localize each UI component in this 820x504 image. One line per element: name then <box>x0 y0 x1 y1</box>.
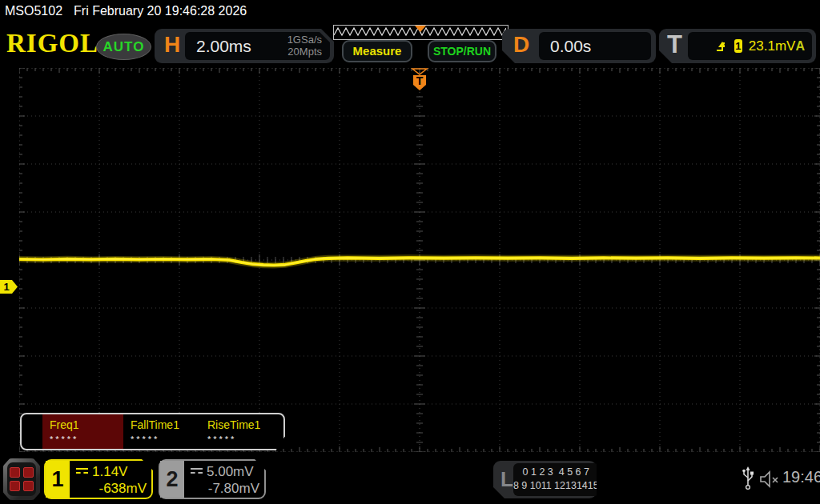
graticule <box>19 68 820 452</box>
channel1-offset-marker[interactable]: 1 <box>0 280 18 294</box>
title-bar: MSO5102Fri February 20 19:46:28 2026 <box>5 4 247 18</box>
speaker-mute-icon[interactable] <box>759 470 780 488</box>
trigger-level-value: 23.1mV <box>749 38 796 54</box>
svg-text:1: 1 <box>3 281 9 293</box>
measure-button[interactable]: Measure <box>342 40 412 62</box>
measurement-freq1[interactable]: Freq1 ***** <box>42 414 123 449</box>
clock: 19:46 <box>782 468 820 486</box>
logic-label: L <box>500 467 513 492</box>
model-name: MSO5102 <box>5 4 62 18</box>
stop-run-button[interactable]: STOP/RUN <box>428 40 496 62</box>
acquisition-mode-badge: AUTO <box>96 34 151 60</box>
rigol-logo: RIGOL <box>6 29 98 58</box>
trigger-panel[interactable]: T 1 23.1mV A <box>659 29 816 63</box>
trigger-sweep-mode: A <box>795 39 805 54</box>
trigger-position-marker[interactable]: T <box>410 68 429 92</box>
oscilloscope-screen: MSO5102Fri February 20 19:46:28 2026 RIG… <box>0 0 820 504</box>
channel2-scale: 5.00mV <box>207 464 254 479</box>
svg-text:T: T <box>416 74 424 87</box>
grid-menu-icon <box>7 462 36 496</box>
horizontal-panel[interactable]: H 2.00ms 1GSa/s 20Mpts <box>155 29 334 63</box>
measurement-falltime1[interactable]: FallTime1 ***** <box>123 414 200 449</box>
overview-trigger-position-icon[interactable] <box>415 26 426 32</box>
logic-channel-numbers: 0 1 2 3 4 5 6 7 8 9 1011 12131415 <box>513 463 599 496</box>
trigger-label: T <box>667 30 682 59</box>
channel1-scale: 1.14V <box>92 464 127 479</box>
logic-channels-panel[interactable]: L 0 1 2 3 4 5 6 7 8 9 1011 12131415 <box>493 461 597 498</box>
channel1-number: 1 <box>46 461 70 498</box>
dc-coupling-icon <box>191 468 203 477</box>
channel1-offset: -638mV <box>76 480 147 497</box>
sample-rate: 1GSa/s 20Mpts <box>287 34 322 58</box>
channel-menu-button[interactable] <box>3 458 40 500</box>
timebase-value: 2.00ms <box>196 37 287 56</box>
waveform-overview-strip[interactable] <box>333 25 508 40</box>
horizontal-label: H <box>164 32 180 58</box>
delay-panel[interactable]: D 0.00s <box>502 29 656 63</box>
dc-coupling-icon <box>76 468 88 477</box>
channel2-panel[interactable]: 2 5.00mV -7.80mV <box>159 459 266 499</box>
delay-label: D <box>513 32 529 58</box>
datetime: Fri February 20 19:46:28 2026 <box>74 4 247 18</box>
measurement-gutter <box>22 414 42 449</box>
measurement-risetime1[interactable]: RiseTime1 ***** <box>200 414 277 449</box>
channel2-number: 2 <box>160 461 184 498</box>
trigger-source-badge: 1 <box>734 39 742 53</box>
measurement-results-box: Freq1 ***** FallTime1 ***** RiseTime1 **… <box>20 413 285 450</box>
trigger-rising-edge-icon <box>715 40 725 53</box>
delay-value: 0.00s <box>550 37 591 56</box>
usb-icon <box>742 466 754 490</box>
channel2-offset: -7.80mV <box>191 480 259 497</box>
channel1-panel[interactable]: 1 1.14V -638mV <box>44 459 153 499</box>
